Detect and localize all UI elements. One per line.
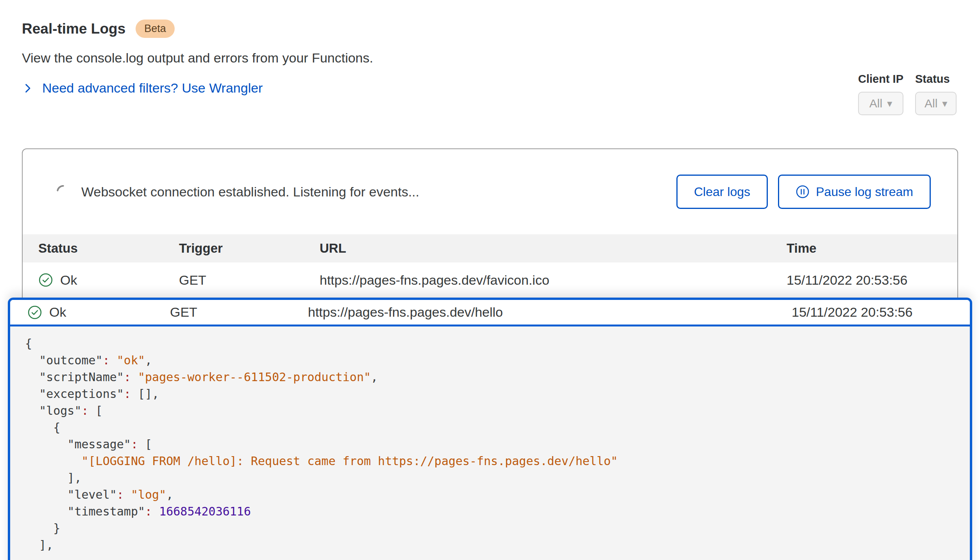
client-ip-label: Client IP: [858, 73, 903, 86]
table-header: Status Trigger URL Time: [23, 234, 957, 262]
status-filter: Status All ▾: [915, 73, 957, 115]
column-header-url: URL: [320, 241, 787, 256]
page-title: Real-time Logs: [22, 21, 125, 37]
status-value: Ok: [49, 305, 66, 320]
column-header-time: Time: [787, 241, 957, 256]
filters: Client IP All ▾ Status All ▾: [858, 73, 957, 115]
client-ip-filter: Client IP All ▾: [858, 73, 903, 115]
status-label: Status: [915, 73, 957, 86]
table-row[interactable]: Ok GET https://pages-fns.pages.dev/favic…: [23, 262, 957, 298]
wrangler-link-label: Need advanced filters? Use Wrangler: [42, 80, 263, 96]
check-circle-icon: [27, 305, 42, 320]
url-cell: https://pages-fns.pages.dev/hello: [308, 305, 792, 320]
status-dropdown[interactable]: All ▾: [915, 92, 957, 115]
status-value: Ok: [60, 273, 77, 288]
column-header-status: Status: [38, 241, 179, 256]
check-circle-icon: [38, 273, 53, 287]
page-description: View the console.log output and errors f…: [22, 50, 373, 66]
client-ip-dropdown[interactable]: All ▾: [858, 92, 903, 115]
caret-down-icon: ▾: [942, 98, 947, 109]
log-actions: Clear logs Pause log stream: [676, 175, 931, 209]
clear-logs-button[interactable]: Clear logs: [676, 175, 768, 209]
column-header-trigger: Trigger: [179, 241, 320, 256]
pause-circle-icon: [796, 185, 810, 199]
trigger-cell: GET: [170, 305, 308, 320]
spinner-icon: [55, 184, 71, 200]
pause-log-stream-label: Pause log stream: [816, 185, 913, 199]
status-cell: Ok: [27, 305, 170, 320]
log-json: { "outcome": "ok", "scriptName": "pages-…: [10, 326, 970, 553]
trigger-cell: GET: [179, 273, 320, 288]
wrangler-link[interactable]: Need advanced filters? Use Wrangler: [22, 80, 373, 96]
chevron-right-icon: [22, 82, 34, 94]
beta-badge: Beta: [136, 20, 175, 38]
time-cell: 15/11/2022 20:53:56: [792, 305, 970, 320]
status-cell: Ok: [38, 273, 179, 288]
pause-log-stream-button[interactable]: Pause log stream: [778, 175, 931, 209]
caret-down-icon: ▾: [887, 98, 892, 109]
stream-status-message: Websocket connection established. Listen…: [81, 184, 676, 200]
expanded-log-panel: Ok GET https://pages-fns.pages.dev/hello…: [8, 298, 972, 560]
clear-logs-label: Clear logs: [694, 185, 750, 199]
time-cell: 15/11/2022 20:53:56: [787, 273, 957, 288]
stream-status-bar: Websocket connection established. Listen…: [23, 149, 957, 234]
client-ip-value: All: [869, 97, 882, 110]
page-header: Real-time Logs Beta View the console.log…: [22, 20, 373, 96]
status-value: All: [925, 97, 937, 110]
url-cell: https://pages-fns.pages.dev/favicon.ico: [320, 273, 787, 288]
table-row-expanded[interactable]: Ok GET https://pages-fns.pages.dev/hello…: [10, 300, 970, 326]
